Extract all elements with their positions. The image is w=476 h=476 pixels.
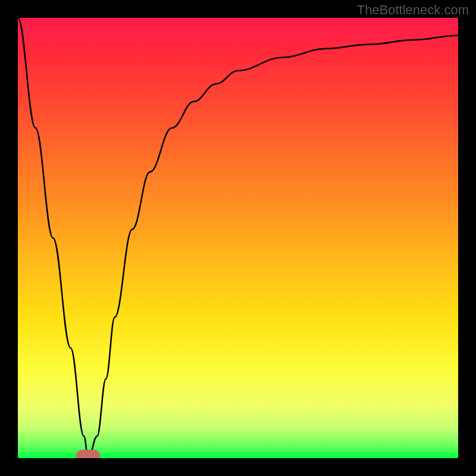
- optimum-marker: [76, 450, 100, 458]
- plot-area: [18, 18, 458, 458]
- attribution-label: TheBottleneck.com: [357, 2, 469, 18]
- bottleneck-curve: [18, 18, 458, 458]
